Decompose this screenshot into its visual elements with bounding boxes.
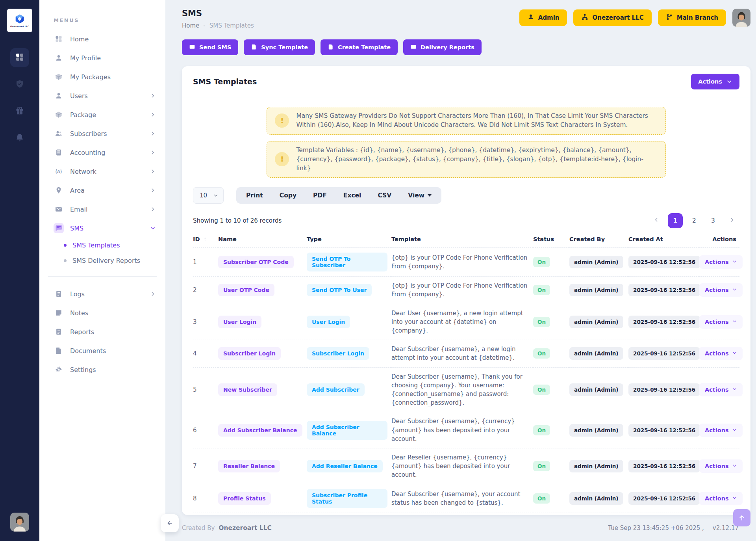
status-badge[interactable]: On	[533, 285, 550, 295]
breadcrumb-separator: -	[203, 22, 205, 29]
row-actions-button[interactable]: Actions	[699, 283, 743, 297]
sidebar-item-my-profile[interactable]: My Profile	[39, 48, 165, 67]
sidebar-item-users[interactable]: Users	[39, 86, 165, 105]
template-type-badge[interactable]: Add Reseller Balance	[307, 460, 383, 472]
status-badge[interactable]: On	[533, 493, 550, 504]
column-header-name[interactable]: Name	[218, 231, 307, 248]
export-view-button[interactable]: View	[400, 187, 440, 204]
created-at-badge: 2025-09-16 12:52:56	[628, 256, 700, 268]
sidebar-item-email[interactable]: Email	[39, 200, 165, 219]
sidebar-item-home[interactable]: Home	[39, 30, 165, 48]
create-template-button[interactable]: Create Template	[321, 39, 398, 55]
row-actions-button[interactable]: Actions	[699, 383, 743, 396]
template-type-badge[interactable]: Subscriber Login	[307, 347, 369, 360]
sidebar-item-documents[interactable]: Documents	[39, 341, 165, 360]
export-csv-label: CSV	[378, 192, 391, 199]
footer-company-link[interactable]: Onezeroart LLC	[219, 524, 272, 532]
sidebar-item-reports[interactable]: Reports	[39, 322, 165, 341]
pagination-next-button[interactable]	[724, 213, 739, 228]
sidebar-item-my-packages[interactable]: My Packages	[39, 67, 165, 86]
export-excel-button[interactable]: Excel	[335, 187, 370, 204]
column-header-status[interactable]: Status	[533, 231, 569, 248]
row-actions-button[interactable]: Actions	[699, 424, 743, 437]
breadcrumb-home[interactable]: Home	[182, 22, 199, 29]
rail-user-avatar[interactable]	[10, 513, 29, 532]
sidebar-subitem-sms-templates[interactable]: SMS Templates	[39, 238, 165, 253]
sidebar-item-label: Logs	[70, 290, 143, 298]
row-actions-button[interactable]: Actions	[699, 255, 743, 269]
pagination-prev-button[interactable]	[649, 213, 664, 228]
brand-logo[interactable]: Onezeroart LLC	[7, 9, 32, 32]
row-actions-button[interactable]: Actions	[699, 492, 743, 505]
template-name-badge[interactable]: Subscriber OTP Code	[218, 256, 294, 268]
sidebar-item-package[interactable]: Package	[39, 105, 165, 124]
column-header-type[interactable]: Type	[307, 231, 391, 248]
template-name-badge[interactable]: Profile Status	[218, 492, 271, 505]
scroll-to-top-button[interactable]	[733, 509, 750, 526]
sidebar-item-notes[interactable]: Notes	[39, 303, 165, 322]
template-name-badge[interactable]: User Login	[218, 316, 261, 328]
sidebar-item-logs[interactable]: Logs	[39, 284, 165, 303]
export-pdf-button[interactable]: PDF	[305, 187, 335, 204]
status-badge[interactable]: On	[533, 385, 550, 395]
pagination-page-2-button[interactable]: 2	[687, 213, 702, 228]
rail-shield-check-button[interactable]	[10, 75, 29, 94]
pagination-page-3-button[interactable]: 3	[706, 213, 721, 228]
status-badge[interactable]: On	[533, 348, 550, 359]
admin-button[interactable]: Admin	[519, 9, 567, 26]
template-name-badge[interactable]: Add Subscriber Balance	[218, 424, 302, 437]
card-title: SMS Templates	[193, 77, 257, 86]
export-print-button[interactable]: Print	[238, 187, 271, 204]
row-actions-button[interactable]: Actions	[699, 459, 743, 473]
sidebar-item-network[interactable]: (A)Network	[39, 162, 165, 181]
page-size-select[interactable]: 10	[193, 187, 224, 204]
pagination-page-1-button[interactable]: 1	[668, 213, 683, 228]
card-actions-button[interactable]: Actions	[691, 74, 739, 89]
template-type-badge[interactable]: Add Subscriber Balance	[307, 421, 387, 440]
onezeroart-llc-button[interactable]: Onezeroart LLC	[573, 9, 651, 26]
status-badge[interactable]: On	[533, 425, 550, 435]
delivery-reports-button[interactable]: Delivery Reports	[403, 39, 482, 55]
user-avatar[interactable]	[732, 9, 750, 27]
status-badge[interactable]: On	[533, 317, 550, 327]
sidebar-item-sms[interactable]: SMS	[39, 219, 165, 238]
cell-id: 8	[193, 484, 218, 513]
template-type-badge[interactable]: Send OTP To User	[307, 284, 372, 296]
column-header-actions[interactable]: Actions	[699, 231, 739, 248]
sidebar-item-label: Home	[70, 35, 156, 43]
sync-template-button[interactable]: Sync Template	[244, 39, 315, 55]
column-header-created-at[interactable]: Created At	[628, 231, 699, 248]
template-name-badge[interactable]: User OTP Code	[218, 284, 274, 296]
rail-dashboard-grid-button[interactable]	[10, 48, 29, 67]
rail-packages-gift-button[interactable]	[10, 102, 29, 121]
export-copy-button[interactable]: Copy	[271, 187, 305, 204]
column-header-id[interactable]: ID	[193, 231, 218, 248]
sidebar-item-label: My Profile	[70, 54, 156, 62]
row-actions-button[interactable]: Actions	[699, 347, 743, 360]
row-actions-button[interactable]: Actions	[699, 315, 743, 329]
sidebar-subitem-sms-delivery-reports[interactable]: SMS Delivery Reports	[39, 253, 165, 268]
template-name-badge[interactable]: New Subscriber	[218, 383, 277, 396]
sidebar-item-accounting[interactable]: Accounting	[39, 143, 165, 162]
template-type-badge[interactable]: Add Subscriber	[307, 383, 365, 396]
sidebar-collapse-button[interactable]	[161, 514, 179, 532]
main-branch-button[interactable]: Main Branch	[658, 9, 726, 26]
status-badge[interactable]: On	[533, 257, 550, 267]
sidebar-item-settings[interactable]: Settings	[39, 360, 165, 379]
sidebar-item-subscribers[interactable]: Subscribers	[39, 124, 165, 143]
status-badge[interactable]: On	[533, 461, 550, 471]
sidebar-item-area[interactable]: Area	[39, 181, 165, 200]
rail-notifications-bell-button[interactable]	[10, 128, 29, 147]
export-csv-button[interactable]: CSV	[369, 187, 400, 204]
column-header-template[interactable]: Template	[391, 231, 533, 248]
template-name-badge[interactable]: Subscriber Login	[218, 347, 281, 360]
envelope-icon	[189, 44, 195, 51]
user-icon	[527, 13, 534, 22]
logs-icon	[54, 289, 64, 299]
template-type-badge[interactable]: User Login	[307, 316, 350, 328]
send-sms-button[interactable]: Send SMS	[182, 39, 238, 55]
template-type-badge[interactable]: Send OTP To Subscriber	[307, 253, 387, 271]
template-type-badge[interactable]: Subscriber Profile Status	[307, 489, 387, 508]
template-name-badge[interactable]: Reseller Balance	[218, 460, 280, 472]
column-header-created-by[interactable]: Created By	[569, 231, 628, 248]
